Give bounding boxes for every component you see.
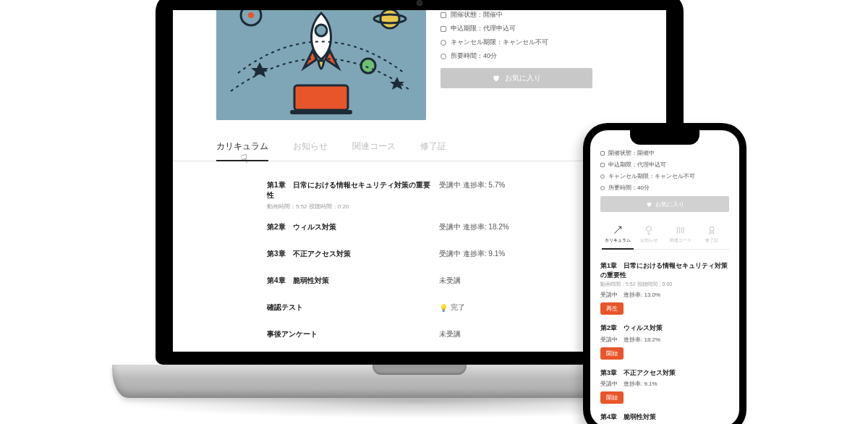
phone-frame: 開催状態：開催中 申込期限：代理申込可 キャンセル期限：キャンセル不可 所要時間…: [583, 123, 746, 424]
phone-curriculum-row: 第4章 脆弱性対策 未受講 開始: [600, 408, 729, 424]
svg-point-6: [361, 59, 375, 73]
chapter-title: 第3章 不正アクセス対策: [600, 368, 729, 378]
phone-tab-cert[interactable]: 修了証: [697, 222, 728, 249]
chapter-title: 第1章 日常における情報セキュリティ対策の重要性: [267, 180, 433, 200]
tab-news[interactable]: お知らせ: [293, 136, 328, 161]
phone-curriculum-row: 第3章 不正アクセス対策 受講中 進捗率: 9.1% 開始: [600, 364, 729, 409]
tab-label: 関連コース: [670, 237, 692, 244]
chapter-title: 第4章 脆弱性対策: [600, 412, 729, 422]
phone-tabs: カリキュラム お知らせ 関連コース 修了証: [600, 222, 729, 250]
curriculum-row: 事後アンケート 未受講 回答: [267, 323, 637, 350]
clock-icon: [600, 174, 605, 179]
chapter-title: 第2章 ウィルス対策: [600, 323, 729, 333]
favorite-label: お気に入り: [505, 73, 541, 83]
phone-screen: 開催状態：開催中 申込期限：代理申込可 キャンセル期限：キャンセル不可 所要時間…: [590, 130, 739, 424]
chapter-title: 事後アンケート: [267, 329, 433, 339]
chapter-title: 第4章 脆弱性対策: [267, 276, 433, 286]
chapter-status: 未受講: [433, 276, 604, 286]
laptop-camera: [417, 0, 422, 6]
lamp-icon: [644, 225, 654, 235]
chapter-status: 受講中 進捗率: 9.1%: [433, 249, 604, 259]
chapter-status: 💡完了: [433, 302, 584, 313]
chapter-title: 確認テスト: [267, 302, 433, 313]
meta-text: 開催状態：開催中: [451, 10, 503, 20]
phone-notch: [630, 130, 699, 145]
clock-icon: [441, 40, 446, 46]
chapter-title: 第2章 ウィルス対策: [267, 222, 433, 232]
meta-text: 所要時間：40分: [608, 184, 650, 192]
tab-label: カリキュラム: [605, 237, 631, 244]
course-hero-image: [216, 10, 426, 120]
chapter-title: 第1章 日常における情報セキュリティ対策の重要性: [600, 261, 729, 279]
svg-point-14: [710, 226, 714, 231]
svg-rect-9: [294, 85, 348, 110]
phone-favorite-label: お気に入り: [655, 200, 684, 208]
chapter-status: 受講中 進捗率: 13.0%: [600, 291, 729, 299]
svg-rect-10: [290, 110, 352, 114]
chapter-status: 受講中 進捗率: 18.2%: [433, 222, 604, 232]
phone-curriculum-row: 第2章 ウィルス対策 受講中 進捗率: 18.2% 開始: [600, 319, 729, 364]
phone-start-button[interactable]: 開始: [600, 347, 624, 360]
svg-point-3: [380, 10, 399, 28]
course-meta: 開催状態：開催中 申込期限：代理申込可 キャンセル期限：キャンセル不可 所要時間…: [441, 10, 644, 88]
laptop-hinge-notch: [373, 365, 467, 375]
phone-tab-news[interactable]: お知らせ: [634, 222, 665, 249]
chapter-status: 受講中 進捗率: 9.1%: [600, 380, 729, 388]
phone-play-button[interactable]: 再生: [600, 302, 624, 315]
wand-icon: [613, 225, 623, 235]
calendar-icon: [600, 163, 605, 167]
meta-text: 所要時間：40分: [451, 51, 497, 61]
chapter-sub: 動画時間：5:52 視聴時間：0:00: [600, 281, 729, 288]
clock-icon: [600, 186, 605, 190]
phone-tab-related[interactable]: 関連コース: [665, 222, 697, 249]
meta-text: キャンセル期限：キャンセル不可: [608, 172, 695, 180]
heart-icon: [492, 74, 501, 82]
curriculum-row: 第2章 ウィルス対策 受講中 進捗率: 18.2% 開始: [267, 216, 637, 243]
lamp-icon: 💡: [439, 304, 448, 312]
meta-text: キャンセル期限：キャンセル不可: [451, 38, 548, 47]
svg-point-11: [315, 25, 327, 36]
tab-label: お知らせ: [640, 237, 658, 244]
chapter-status: 受講中 進捗率: 18.2%: [600, 336, 729, 344]
books-icon: [676, 225, 686, 235]
heart-icon: [646, 201, 652, 208]
chapter-sub: 動画時間：5:52 視聴時間：0:20: [267, 203, 433, 211]
chapter-title: 第3章 不正アクセス対策: [267, 249, 433, 259]
curriculum-row: 第1章 日常における情報セキュリティ対策の重要性 動画時間：5:52 視聴時間：…: [267, 174, 637, 216]
meta-text: 申込期限：代理申込可: [451, 24, 516, 33]
meta-text: 開催状態：開催中: [608, 149, 655, 157]
phone-meta: 開催状態：開催中 申込期限：代理申込可 キャンセル期限：キャンセル不可 所要時間…: [600, 149, 729, 192]
phone-curriculum-list: 第1章 日常における情報セキュリティ対策の重要性 動画時間：5:52 視聴時間：…: [600, 250, 729, 424]
favorite-button[interactable]: お気に入り: [441, 68, 592, 88]
svg-point-2: [248, 12, 254, 18]
chapter-status: 未受講: [433, 329, 604, 339]
curriculum-row: 第3章 不正アクセス対策 受講中 進捗率: 9.1% 開始: [267, 243, 637, 270]
phone-tab-curriculum[interactable]: カリキュラム: [602, 222, 634, 250]
chapter-status: 受講中 進捗率: 5.7%: [433, 180, 604, 190]
curriculum-row: 第4章 脆弱性対策 未受講 開始: [267, 270, 637, 297]
meta-text: 申込期限：代理申込可: [608, 161, 666, 169]
clock-icon: [441, 54, 446, 59]
status-text: 完了: [451, 302, 465, 313]
tab-cert[interactable]: 修了証: [420, 136, 446, 161]
svg-point-13: [647, 226, 652, 232]
phone-favorite-button[interactable]: お気に入り: [600, 196, 729, 212]
curriculum-row: 確認テスト 💡完了 テスト開始: [267, 297, 637, 323]
phone-body: 開催状態：開催中 申込期限：代理申込可 キャンセル期限：キャンセル不可 所要時間…: [583, 123, 746, 424]
tab-label: 修了証: [705, 237, 718, 244]
tab-related[interactable]: 関連コース: [352, 136, 396, 161]
calendar-icon: [441, 26, 446, 32]
calendar-icon: [600, 151, 605, 156]
phone-start-button[interactable]: 開始: [600, 391, 624, 404]
calendar-icon: [441, 12, 446, 18]
phone-curriculum-row: 第1章 日常における情報セキュリティ対策の重要性 動画時間：5:52 視聴時間：…: [600, 257, 729, 319]
badge-icon: [707, 225, 717, 235]
